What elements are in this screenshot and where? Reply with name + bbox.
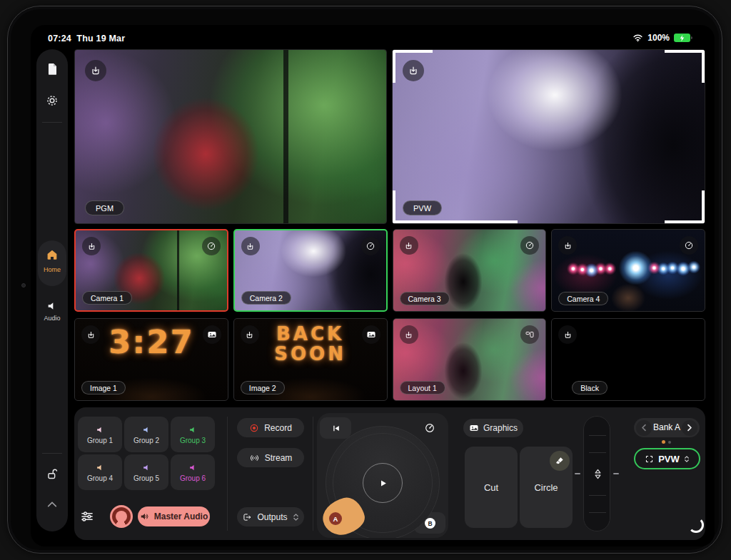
source-tile-camera-4[interactable]: Camera 4 [551, 229, 705, 312]
tbar-tick [589, 435, 606, 436]
switcher-jog-panel: A B [317, 413, 448, 538]
audio-group-grid: Group 1 Group 2 Group 3 Group 4 Group 5 [78, 417, 215, 490]
source-tile-layout-1[interactable]: Layout 1 [393, 318, 547, 401]
preset-label: PVW [658, 454, 680, 464]
speaker-icon [188, 425, 198, 434]
source-tile-camera-1[interactable]: Camera 1 [74, 229, 228, 312]
speaker-waves-icon [140, 511, 150, 521]
audio-group-6-button[interactable]: Group 6 [171, 454, 215, 490]
transition-progress-bar [393, 220, 518, 223]
bank-selector: Bank A [634, 418, 700, 437]
transition-tbar[interactable] [583, 416, 610, 531]
audio-group-2-button[interactable]: Group 2 [124, 417, 168, 452]
collapse-sidebar-button[interactable] [36, 500, 68, 509]
tbar-tick [589, 512, 606, 513]
adjust-dial-icon[interactable] [361, 237, 380, 255]
a-bus-badge: A [329, 512, 342, 525]
speaker-icon [142, 425, 151, 434]
program-monitor[interactable]: PGM [74, 49, 387, 224]
sidebar-audio-label: Audio [36, 315, 68, 322]
status-bar-right: 100% [632, 33, 690, 43]
group-label: Group 5 [133, 474, 159, 482]
preview-label: PVW [403, 200, 442, 215]
preview-monitor[interactable]: PVW [392, 49, 705, 224]
divider [42, 453, 62, 454]
adjust-dial-icon [424, 422, 435, 434]
adjust-dial-icon[interactable] [680, 236, 698, 255]
settings-button[interactable] [36, 93, 68, 108]
save-icon[interactable] [241, 237, 260, 255]
tbar-handle[interactable] [584, 462, 611, 485]
tbar-center-mark [575, 473, 580, 474]
image-icon [469, 423, 479, 433]
speaker-icon [142, 463, 151, 472]
source-label: Layout 1 [400, 381, 445, 394]
sidebar-item-home[interactable]: Home [38, 240, 66, 286]
bank-next-button[interactable] [682, 420, 697, 436]
bank-preset-selector[interactable]: PVW [634, 448, 700, 469]
save-icon[interactable] [241, 325, 259, 344]
stream-icon [249, 453, 260, 463]
stream-label: Stream [265, 453, 293, 463]
save-icon[interactable] [85, 60, 106, 81]
layout-icon[interactable] [520, 325, 539, 344]
front-camera [21, 283, 26, 287]
b-bus-badge: B [425, 518, 435, 529]
graphics-header[interactable]: Graphics [463, 419, 523, 437]
save-icon[interactable] [400, 325, 418, 344]
home-icon [36, 248, 68, 261]
outputs-button[interactable]: Outputs [237, 507, 304, 526]
save-icon[interactable] [400, 236, 418, 255]
bank-page-dot [668, 441, 671, 444]
audio-group-4-button[interactable]: Group 4 [78, 454, 122, 490]
ipad-frame: 07:24 Thu 19 Mar 100% [7, 6, 722, 554]
source-label: Camera 1 [82, 291, 132, 305]
group-label: Group 2 [133, 437, 159, 444]
graphics-cut-button[interactable]: Cut [465, 447, 518, 528]
audio-filters-button[interactable] [80, 509, 94, 524]
source-tile-image-1[interactable]: 3:27 Image 1 [74, 318, 228, 401]
source-tile-black[interactable]: Black [551, 318, 705, 401]
record-button[interactable]: Record [237, 418, 304, 437]
lock-unlocked-button[interactable] [36, 467, 68, 481]
files-button[interactable] [36, 62, 68, 76]
save-icon[interactable] [81, 325, 100, 344]
stream-button[interactable]: Stream [237, 448, 304, 467]
adjust-dial-icon[interactable] [520, 236, 539, 255]
sidebar-home-label: Home [36, 266, 68, 273]
source-label: Camera 4 [558, 292, 608, 305]
crop-frame-icon [645, 454, 654, 464]
master-volume-knob[interactable] [110, 505, 133, 528]
adjust-dial-icon[interactable] [202, 237, 221, 255]
source-tile-camera-2[interactable]: Camera 2 [233, 229, 388, 312]
select-updown-icon [684, 455, 690, 463]
audio-group-3-button[interactable]: Group 3 [171, 417, 215, 452]
skip-to-start-button[interactable] [320, 417, 351, 439]
save-icon[interactable] [558, 236, 577, 255]
sidebar-item-audio[interactable] [36, 300, 68, 312]
outputs-icon [242, 512, 252, 522]
source-label: Camera 3 [400, 292, 450, 305]
image-icon[interactable] [203, 325, 221, 344]
play-button[interactable] [363, 463, 403, 503]
master-audio-button[interactable]: Master Audio [138, 506, 210, 526]
save-icon[interactable] [403, 60, 424, 81]
sidebar: Home Audio [36, 49, 68, 531]
divider [313, 417, 313, 531]
source-label: Black [572, 381, 608, 394]
camera-source-row: Camera 1 Camera 2 Camera 3 [74, 229, 705, 312]
bank-page-dot-active [662, 440, 665, 444]
audio-group-1-button[interactable]: Group 1 [78, 417, 122, 452]
source-tile-image-2[interactable]: BACK SOON Image 2 [233, 318, 388, 401]
skip-back-icon [331, 424, 341, 433]
speaker-icon [188, 463, 198, 472]
dial-settings-button[interactable] [414, 417, 445, 439]
image-icon[interactable] [362, 325, 380, 344]
save-icon[interactable] [82, 237, 101, 255]
save-icon[interactable] [558, 325, 577, 344]
resize-handle[interactable] [688, 517, 704, 533]
source-tile-camera-3[interactable]: Camera 3 [393, 229, 547, 312]
audio-group-5-button[interactable]: Group 5 [124, 454, 168, 490]
tbar-center-mark [613, 473, 619, 474]
speaker-icon [96, 425, 105, 434]
